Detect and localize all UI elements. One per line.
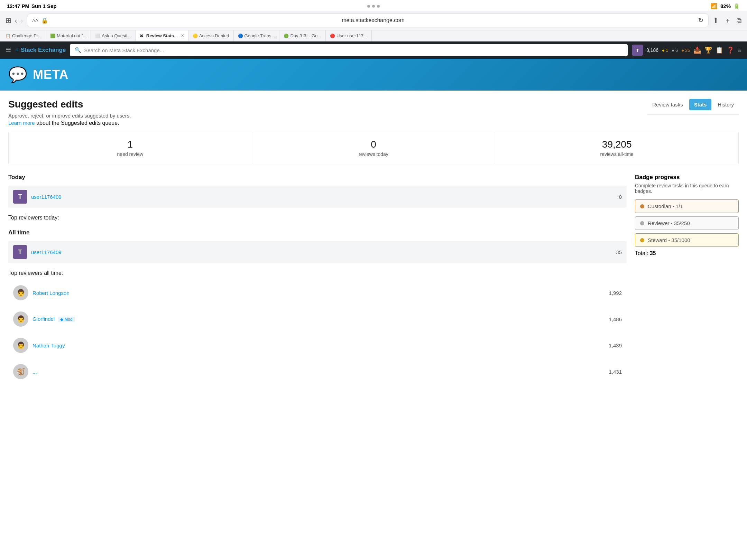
battery-icon: 🔋 bbox=[734, 3, 740, 9]
inbox-icon[interactable]: 📥 bbox=[693, 46, 701, 54]
left-column: Today T user1176409 0 Top reviewers toda… bbox=[8, 174, 627, 386]
achievements-icon[interactable]: 🏆 bbox=[704, 46, 712, 54]
alltime-reviewer-name[interactable]: user1176409 bbox=[31, 249, 612, 255]
glorfindel-name[interactable]: Glorfindel ◆ Mod bbox=[33, 316, 605, 322]
search-bar[interactable]: 🔍 Search on Meta Stack Exchange... bbox=[70, 44, 628, 56]
browser-chrome: ⊞ ‹ › AA 🔒 meta.stackexchange.com ↻ ⬆ ＋ … bbox=[0, 11, 747, 30]
reviews-today-number: 0 bbox=[258, 139, 490, 150]
learn-more-line: Learn more about the Suggested edits que… bbox=[8, 120, 131, 126]
alltime-reviewer-count: 35 bbox=[616, 249, 622, 255]
tab-challenge-favicon: 📋 bbox=[6, 34, 10, 38]
tab-review-tasks[interactable]: Review tasks bbox=[647, 99, 688, 110]
stack-exchange-menu-icon[interactable]: ≡ bbox=[738, 47, 741, 54]
tab-user-label: User user117... bbox=[336, 33, 367, 38]
tab-history[interactable]: History bbox=[713, 99, 739, 110]
robert-count: 1,992 bbox=[609, 290, 622, 296]
silver-badge-count: ●6 bbox=[672, 48, 678, 53]
today-reviewer-avatar: T bbox=[13, 190, 27, 204]
mod-badge: ◆ Mod bbox=[58, 317, 74, 322]
tab-ask-favicon: ⬜ bbox=[95, 34, 100, 38]
new-tab-icon[interactable]: ＋ bbox=[724, 16, 731, 25]
steward-badge-label: Steward - 35/1000 bbox=[648, 237, 690, 243]
stats-cards: 1 need review 0 reviews today 39,205 rev… bbox=[8, 132, 739, 164]
time: 12:47 PM bbox=[7, 3, 29, 9]
steward-badge: Steward - 35/1000 bbox=[635, 233, 739, 247]
tab-user[interactable]: 🔴 User user117... bbox=[326, 30, 372, 41]
fourth-name[interactable]: ... bbox=[33, 369, 605, 375]
tabs-bar: 📋 Challenge Pr... 🟩 Material not f... ⬜ … bbox=[0, 30, 747, 41]
learn-more-suffix: about the Suggested edits queue. bbox=[36, 120, 119, 126]
nathan-avatar: 👨 bbox=[13, 338, 28, 353]
tab-ask-question[interactable]: ⬜ Ask a Questi... bbox=[91, 30, 136, 41]
share-icon[interactable]: ⬆ bbox=[713, 16, 719, 25]
stack-exchange-icon: ≡ bbox=[15, 47, 19, 54]
status-bar: 12:47 PM Sun 1 Sep 📶 82% 🔋 bbox=[0, 0, 747, 11]
custodian-badge-label: Custodian - 1/1 bbox=[648, 203, 683, 209]
list-item: 👨 Nathan Tuggy 1,439 bbox=[8, 334, 627, 357]
tab-google-trans[interactable]: 🔵 Google Trans... bbox=[234, 30, 280, 41]
reputation-count: 3,186 bbox=[646, 47, 658, 53]
two-column-layout: Today T user1176409 0 Top reviewers toda… bbox=[8, 174, 739, 386]
fourth-count: 1,431 bbox=[609, 369, 622, 375]
mod-label: Mod bbox=[64, 317, 72, 322]
alltime-reviewer-item: T user1176409 35 bbox=[8, 241, 627, 263]
need-review-number: 1 bbox=[14, 139, 246, 150]
sidebar-toggle-icon[interactable]: ⊞ bbox=[6, 16, 11, 25]
fourth-avatar: 🐒 bbox=[13, 364, 28, 379]
address-bar[interactable]: AA 🔒 meta.stackexchange.com ↻ bbox=[27, 13, 709, 27]
forward-button[interactable]: › bbox=[21, 17, 23, 25]
reviewer-badge-label: Reviewer - 35/250 bbox=[648, 220, 690, 226]
list-item: 👨 Robert Longson 1,992 bbox=[8, 281, 627, 305]
main-content: Suggested edits Approve, reject, or impr… bbox=[0, 91, 747, 394]
alltime-section: All time T user1176409 35 Top reviewers … bbox=[8, 229, 627, 383]
review-tab-nav: Review tasks Stats History bbox=[647, 99, 739, 115]
glorfindel-count: 1,486 bbox=[609, 316, 622, 322]
badge-progress-section: Badge progress Complete review tasks in … bbox=[635, 174, 739, 386]
badge-progress-desc: Complete review tasks in this queue to e… bbox=[635, 183, 739, 194]
tab-material-not-f[interactable]: 🟩 Material not f... bbox=[46, 30, 91, 41]
stat-need-review: 1 need review bbox=[8, 132, 252, 164]
tab-ask-label: Ask a Questi... bbox=[102, 33, 131, 38]
user-avatar[interactable]: T bbox=[632, 45, 643, 56]
today-reviewer-name[interactable]: user1176409 bbox=[31, 194, 615, 200]
help-icon[interactable]: ❓ bbox=[727, 46, 734, 54]
tab-challenge-label: Challenge Pr... bbox=[12, 33, 42, 38]
today-reviewer-item: T user1176409 0 bbox=[8, 186, 627, 208]
reviews-alltime-number: 39,205 bbox=[501, 139, 733, 150]
alltime-reviewer-avatar: T bbox=[13, 245, 27, 259]
tab-material-favicon: 🟩 bbox=[50, 34, 55, 38]
back-button[interactable]: ‹ bbox=[15, 17, 17, 25]
site-logo[interactable]: ≡ Stack Exchange bbox=[15, 47, 66, 54]
tab-challenge-pr[interactable]: 📋 Challenge Pr... bbox=[1, 30, 46, 41]
tab-access-label: Access Denied bbox=[199, 33, 229, 38]
total-reviews: Total: 35 bbox=[635, 250, 739, 256]
meta-banner: 💬 META bbox=[0, 59, 747, 91]
review-queue-icon[interactable]: 📋 bbox=[716, 46, 723, 54]
tab-review-stats[interactable]: ✖ Review Stats... ✕ bbox=[136, 30, 188, 41]
reviews-alltime-label: reviews all-time bbox=[501, 151, 733, 157]
learn-more-link[interactable]: Learn more bbox=[8, 120, 35, 126]
battery-level: 82% bbox=[720, 3, 731, 9]
search-icon: 🔍 bbox=[75, 47, 81, 53]
tab-review-label: Review Stats... bbox=[146, 33, 178, 38]
stat-reviews-alltime: 39,205 reviews all-time bbox=[495, 132, 739, 164]
page-description: Approve, reject, or improve edits sugges… bbox=[8, 113, 131, 119]
alltime-title: All time bbox=[8, 229, 627, 236]
robert-name[interactable]: Robert Longson bbox=[33, 290, 605, 296]
page-title: Suggested edits bbox=[8, 99, 131, 110]
today-title: Today bbox=[8, 174, 627, 181]
top-reviewers-today-title: Top reviewers today: bbox=[8, 215, 627, 221]
reviewer-badge: Reviewer - 35/250 bbox=[635, 216, 739, 230]
refresh-icon[interactable]: ↻ bbox=[698, 17, 703, 24]
tab-translate-favicon: 🔵 bbox=[238, 34, 243, 38]
hamburger-menu-icon[interactable]: ☰ bbox=[6, 46, 11, 54]
tab-review-close[interactable]: ✕ bbox=[181, 34, 184, 38]
tab-user-favicon: 🔴 bbox=[330, 34, 335, 38]
tab-day3-bi[interactable]: 🟢 Day 3 BI - Go... bbox=[279, 30, 326, 41]
tabs-icon[interactable]: ⧉ bbox=[737, 17, 741, 25]
tab-access-denied[interactable]: 🟡 Access Denied bbox=[188, 30, 234, 41]
tab-translate-label: Google Trans... bbox=[245, 33, 275, 38]
tab-stats[interactable]: Stats bbox=[689, 99, 712, 110]
tab-day3-favicon: 🟢 bbox=[284, 34, 288, 38]
nathan-name[interactable]: Nathan Tuggy bbox=[33, 343, 605, 348]
